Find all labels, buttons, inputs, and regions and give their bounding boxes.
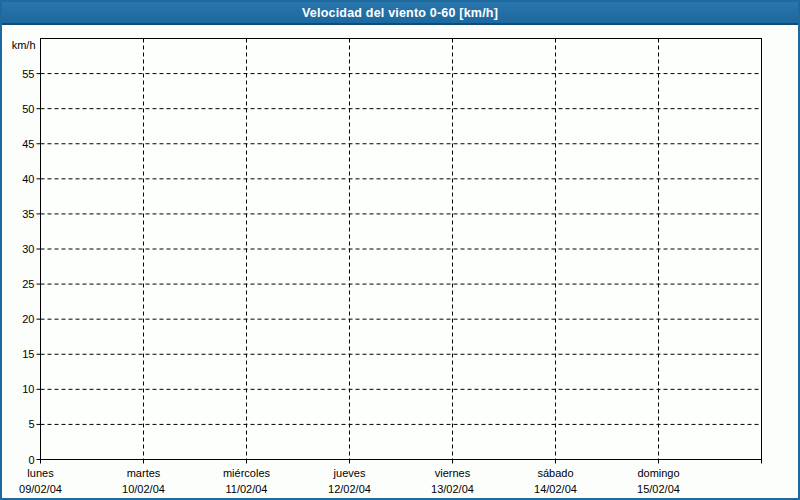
y-tick-label: 35 — [22, 208, 34, 220]
y-tick-label: 5 — [28, 418, 34, 430]
y-tick-label: 0 — [28, 454, 34, 466]
x-date-label: 09/02/04 — [19, 483, 62, 495]
x-day-label: domingo — [637, 467, 679, 479]
x-day-label: lunes — [27, 467, 54, 479]
y-tick-label: 45 — [22, 138, 34, 150]
plot-svg: 0510152025303540455055km/hlunes09/02/04m… — [2, 2, 798, 498]
x-day-label: martes — [127, 467, 161, 479]
x-date-label: 11/02/04 — [225, 483, 267, 495]
x-day-label: viernes — [435, 467, 471, 479]
x-date-label: 15/02/04 — [637, 483, 680, 495]
y-tick-label: 15 — [22, 348, 34, 360]
y-axis-unit-label: km/h — [12, 39, 36, 51]
chart-window: Velocidad del viento 0-60 [km/h] 0510152… — [0, 0, 800, 500]
y-tick-label: 25 — [22, 278, 34, 290]
x-day-label: miércoles — [223, 467, 271, 479]
x-date-label: 13/02/04 — [431, 483, 474, 495]
x-day-label: sábado — [537, 467, 573, 479]
y-tick-label: 55 — [22, 68, 34, 80]
x-date-label: 14/02/04 — [534, 483, 577, 495]
x-date-label: 10/02/04 — [122, 483, 165, 495]
x-date-label: 12/02/04 — [328, 483, 371, 495]
y-tick-label: 40 — [22, 173, 34, 185]
y-tick-label: 50 — [22, 103, 34, 115]
y-tick-label: 30 — [22, 243, 34, 255]
y-tick-label: 10 — [22, 383, 34, 395]
y-tick-label: 20 — [22, 313, 34, 325]
x-day-label: jueves — [333, 467, 366, 479]
